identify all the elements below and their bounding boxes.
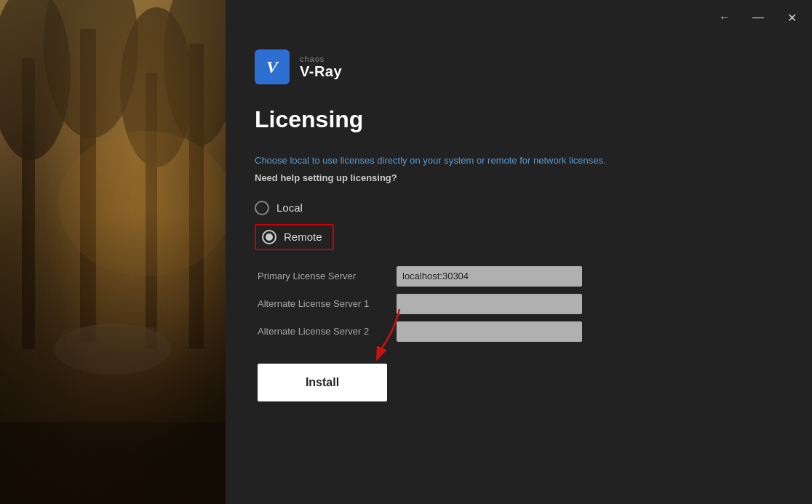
svg-rect-10 <box>58 327 167 364</box>
logo-brand: chaos <box>300 55 342 63</box>
remote-radio-wrapper: Remote <box>255 224 783 250</box>
description-static2: for network licenses. <box>517 155 606 166</box>
alternate1-server-row: Alternate License Server 1 <box>258 294 783 314</box>
logo-product: V-Ray <box>300 63 342 80</box>
close-button[interactable]: ✕ <box>783 9 800 26</box>
page-title: Licensing <box>255 106 783 133</box>
title-bar: ← — ✕ <box>226 0 812 35</box>
back-button[interactable]: ← <box>716 9 733 26</box>
svg-point-9 <box>55 324 171 375</box>
license-type-radio-group: Local Remote <box>255 201 783 250</box>
local-radio-button[interactable] <box>255 201 269 215</box>
primary-server-input[interactable] <box>397 266 582 287</box>
app-logo-text: chaos V-Ray <box>300 55 342 80</box>
description-text: Choose local to use licenses directly on… <box>255 153 783 168</box>
logo-area: V chaos V-Ray <box>226 35 812 92</box>
svg-rect-11 <box>0 422 226 504</box>
local-radio-item[interactable]: Local <box>255 201 783 215</box>
alternate1-server-input[interactable] <box>397 294 582 314</box>
description-link-remote[interactable]: remote <box>487 155 517 166</box>
license-server-form: Primary License Server Alternate License… <box>258 266 783 342</box>
primary-server-label: Primary License Server <box>258 271 385 281</box>
install-button[interactable]: Install <box>258 364 387 401</box>
description-static: Choose local to use licenses directly on… <box>255 155 487 166</box>
main-panel: ← — ✕ V chaos V-Ray Licensing Choose loc… <box>226 0 812 504</box>
remote-radio-highlight-box[interactable]: Remote <box>255 224 334 250</box>
primary-server-row: Primary License Server <box>258 266 783 287</box>
alternate2-server-row: Alternate License Server 2 <box>258 321 783 342</box>
remote-radio-indicator <box>266 233 273 241</box>
background-image-panel <box>0 0 226 504</box>
remote-radio-button[interactable] <box>262 230 276 244</box>
content-area: Licensing Choose local to use licenses d… <box>226 92 812 504</box>
alternate2-server-input[interactable] <box>397 321 582 342</box>
alternate1-server-label: Alternate License Server 1 <box>258 298 385 309</box>
alternate2-server-label: Alternate License Server 2 <box>258 326 385 337</box>
help-text: Need help setting up licensing? <box>255 172 783 183</box>
minimize-button[interactable]: — <box>749 9 767 26</box>
remote-radio-label: Remote <box>284 231 322 243</box>
button-area: Install <box>258 364 783 401</box>
window-controls: ← — ✕ <box>716 9 800 26</box>
app-logo-icon: V <box>255 49 290 84</box>
local-radio-label: Local <box>276 201 303 214</box>
